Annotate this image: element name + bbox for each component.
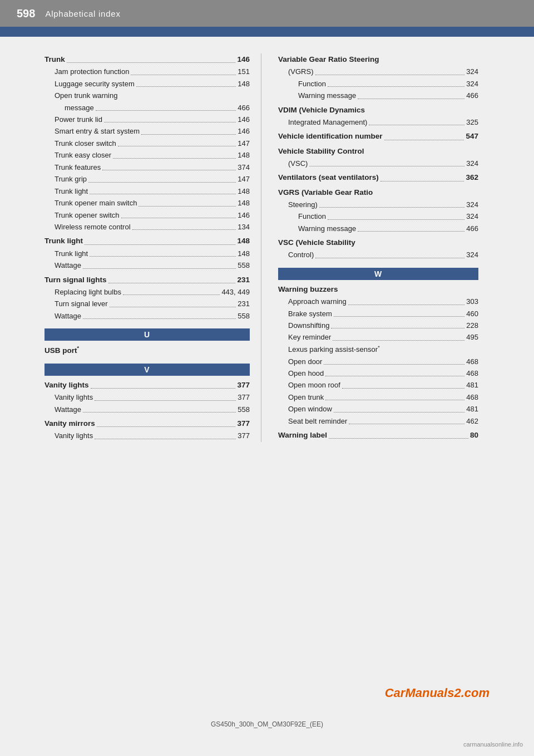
list-item: Key reminder 495 xyxy=(278,331,478,343)
entry-label: Open hood xyxy=(288,367,324,379)
entry-label: Function xyxy=(298,78,326,90)
entry-page: 80 xyxy=(470,429,478,441)
entry-label: Seat belt reminder xyxy=(288,415,347,427)
entry-label: Trunk opener switch xyxy=(55,209,120,221)
list-item: Trunk easy closer 148 xyxy=(44,149,250,161)
entry-page: 495 xyxy=(466,331,478,343)
list-item: Vanity mirrors 377 xyxy=(44,418,250,430)
brand-logo: CarManuals2.com xyxy=(385,686,490,700)
list-item: Warning label 80 xyxy=(278,429,478,441)
entry-label: Turn signal lights xyxy=(44,274,107,286)
entry-label: Trunk light xyxy=(44,235,83,247)
entry-label: Wireless remote control xyxy=(55,221,131,233)
list-item: (VGRS) 324 xyxy=(278,66,478,77)
list-item: Brake system 460 xyxy=(278,308,478,320)
entry-page: 146 xyxy=(237,53,250,66)
entry-page: 146 xyxy=(238,125,250,137)
entry-dots xyxy=(319,207,465,208)
list-item: Turn signal lights 231 xyxy=(44,274,250,286)
entry-label: Wattage xyxy=(55,259,81,271)
entry-dots xyxy=(83,268,236,269)
entry-label: Lexus parking assist-sensor* xyxy=(288,343,380,356)
entry-label: VGRS (Variable Gear Ratio xyxy=(278,186,373,199)
entry-page: 468 xyxy=(466,356,478,367)
list-item: Smart entry & start system 146 xyxy=(44,125,250,137)
entry-dots xyxy=(97,426,236,427)
entry-dots xyxy=(118,146,236,146)
entry-page: 147 xyxy=(238,138,250,149)
list-item: Vanity lights 377 xyxy=(44,391,250,403)
entry-dots xyxy=(348,305,465,305)
list-item: Trunk grip 147 xyxy=(44,173,250,185)
entry-label: Vanity lights xyxy=(55,391,93,403)
entry-label: (VGRS) xyxy=(288,66,314,77)
list-item: Trunk light 148 xyxy=(44,248,250,259)
page-title: Alphabetical index xyxy=(45,9,120,18)
entry-page: 324 xyxy=(466,199,478,210)
entry-page: 231 xyxy=(238,298,250,310)
list-item: VDIM (Vehicle Dynamics xyxy=(278,104,478,116)
entry-dots xyxy=(331,328,464,328)
entry-label: Smart entry & start system xyxy=(55,125,140,137)
entry-dots xyxy=(136,86,236,87)
list-item: Open window 481 xyxy=(278,403,478,415)
section-header-w: W xyxy=(278,268,478,280)
entry-dots xyxy=(328,86,464,87)
entry-dots xyxy=(315,258,464,258)
entry-label: Trunk opener main switch xyxy=(55,197,137,209)
entry-dots xyxy=(90,194,236,194)
entry-page: 466 xyxy=(466,90,478,101)
entry-dots xyxy=(139,206,236,207)
entry-label: Vanity mirrors xyxy=(44,418,95,430)
list-item: Vanity lights 377 xyxy=(44,430,250,441)
entry-page: 325 xyxy=(466,116,478,128)
list-item: Function 324 xyxy=(278,210,478,222)
list-item: Warning message 466 xyxy=(278,90,478,101)
entry-label: Vanity lights xyxy=(55,430,93,441)
entry-dots xyxy=(309,166,464,166)
list-item: Trunk opener main switch 148 xyxy=(44,197,250,209)
entry-label: Open window xyxy=(288,403,332,415)
list-item: Steering) 324 xyxy=(278,199,478,210)
entry-dots xyxy=(83,318,236,319)
list-item: Ventilators (seat ventilators) 362 xyxy=(278,171,478,184)
entry-label: Ventilators (seat ventilators) xyxy=(278,171,379,184)
entry-dots xyxy=(96,110,236,111)
entry-dots xyxy=(88,182,236,183)
entry-label: Wattage xyxy=(55,404,81,415)
entry-label: VSC (Vehicle Stability xyxy=(278,237,355,249)
entry-label: Trunk grip xyxy=(55,173,87,185)
entry-page: 558 xyxy=(238,259,250,271)
entry-page: 148 xyxy=(237,235,250,247)
entry-page: 148 xyxy=(238,185,250,197)
entry-page: 362 xyxy=(466,171,478,184)
list-item: message 466 xyxy=(44,102,250,114)
entry-label: Open door xyxy=(288,356,322,367)
entry-page: 148 xyxy=(238,197,250,209)
list-item: Open door 468 xyxy=(278,356,478,367)
entry-dots xyxy=(328,219,464,220)
entry-label: Trunk light xyxy=(55,248,88,259)
entry-dots xyxy=(95,400,236,401)
entry-page: 377 xyxy=(237,379,250,391)
entry-page: 134 xyxy=(238,221,250,233)
entry-dots xyxy=(358,99,464,99)
entry-dots xyxy=(83,412,236,413)
entry-page: 377 xyxy=(238,391,250,403)
entry-dots xyxy=(131,75,236,75)
entry-label: USB port* xyxy=(44,344,79,357)
entry-label: Trunk features xyxy=(55,161,101,173)
entry-dots xyxy=(102,170,236,170)
entry-dots xyxy=(369,125,464,125)
list-item: Trunk 146 xyxy=(44,53,250,66)
list-item: Warning buzzers xyxy=(278,283,478,296)
entry-dots xyxy=(333,340,464,341)
page-number: 598 xyxy=(17,7,35,20)
entry-page: 547 xyxy=(466,130,478,143)
entry-dots xyxy=(334,316,465,317)
entry-label: Approach warning xyxy=(288,296,347,307)
entry-dots xyxy=(67,62,236,63)
list-item: Wireless remote control 134 xyxy=(44,221,250,233)
entry-dots xyxy=(85,244,235,245)
list-item: (VSC) 324 xyxy=(278,158,478,169)
